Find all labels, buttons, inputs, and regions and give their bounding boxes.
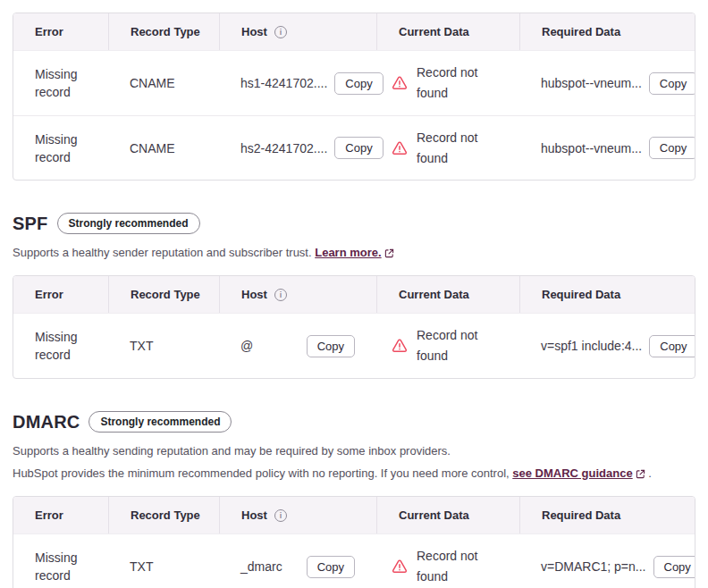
column-header-current-data: Current Data xyxy=(376,497,519,533)
info-icon[interactable]: i xyxy=(274,509,287,522)
column-header-host: Host i xyxy=(219,497,376,533)
column-header-host-label: Host xyxy=(241,508,267,522)
column-header-current-data: Current Data xyxy=(376,276,519,313)
host-value: @ xyxy=(240,339,253,353)
cname-records-table: Error Record Type Host i Current Data Re… xyxy=(13,13,695,181)
host-value: hs2-4241702.... xyxy=(240,141,327,155)
column-header-error: Error xyxy=(13,13,108,50)
dmarc-guidance-link[interactable]: see DMARC guidance xyxy=(512,466,632,480)
external-link-icon xyxy=(384,247,394,263)
info-icon[interactable]: i xyxy=(274,289,287,301)
table-body: Missing record TXT @ Copy Record not fou… xyxy=(13,313,695,378)
dmarc-description-1: Supports a healthy sending reputation an… xyxy=(13,443,695,459)
host-cell: hs2-4241702.... Copy xyxy=(219,137,376,159)
column-header-record-type: Record Type xyxy=(108,13,219,50)
column-header-required-data: Required Data xyxy=(519,497,695,533)
table-header-row: Error Record Type Host i Current Data Re… xyxy=(13,276,695,313)
dns-setup-page: Error Record Type Host i Current Data Re… xyxy=(0,0,708,588)
required-data-value: v=DMARC1; p=n... xyxy=(541,559,646,574)
required-data-cell: v=spf1 include:4... Copy xyxy=(519,335,695,357)
column-header-error: Error xyxy=(13,497,108,533)
column-header-required-data: Required Data xyxy=(519,13,695,50)
column-header-host: Host i xyxy=(219,13,376,50)
record-type-cell: CNAME xyxy=(108,141,219,155)
external-link-icon xyxy=(636,467,645,483)
current-data-cell: Record not found xyxy=(376,325,519,366)
spf-title: SPF xyxy=(13,214,48,234)
table-header-row: Error Record Type Host i Current Data Re… xyxy=(13,13,695,50)
column-header-error: Error xyxy=(13,276,108,313)
record-type-cell: CNAME xyxy=(108,76,219,90)
spf-records-table: Error Record Type Host i Current Data Re… xyxy=(13,275,695,379)
host-value: hs1-4241702.... xyxy=(240,76,327,90)
warning-icon xyxy=(392,140,408,156)
warning-icon xyxy=(392,559,408,575)
host-cell: @ Copy xyxy=(219,335,376,357)
dmarc-title: DMARC xyxy=(13,412,80,433)
error-cell: Missing record xyxy=(13,328,108,364)
column-header-current-data: Current Data xyxy=(376,13,519,50)
copy-host-button[interactable]: Copy xyxy=(307,335,355,357)
error-cell: Missing record xyxy=(13,130,108,166)
table-header-row: Error Record Type Host i Current Data Re… xyxy=(13,497,695,533)
current-data-cell: Record not found xyxy=(376,546,519,587)
strongly-recommended-badge: Strongly recommended xyxy=(88,411,232,433)
current-data-value: Record not found xyxy=(417,128,502,169)
strongly-recommended-badge: Strongly recommended xyxy=(57,213,200,234)
table-body: Missing record TXT _dmarc Copy Record no… xyxy=(13,533,695,588)
column-header-host: Host i xyxy=(219,276,376,313)
required-data-value: hubspot--vneum... xyxy=(541,141,642,155)
copy-required-button[interactable]: Copy xyxy=(653,556,696,578)
required-data-cell: hubspot--vneum... Copy xyxy=(519,72,695,95)
required-data-value: v=spf1 include:4... xyxy=(541,339,642,353)
required-data-value: hubspot--vneum... xyxy=(541,76,642,90)
current-data-value: Record not found xyxy=(417,325,502,366)
record-type-cell: TXT xyxy=(108,559,219,574)
table-row: Missing record TXT @ Copy Record not fou… xyxy=(13,314,695,378)
error-cell: Missing record xyxy=(13,65,108,101)
table-body: Missing record CNAME hs1-4241702.... Cop… xyxy=(13,50,695,180)
column-header-required-data: Required Data xyxy=(519,276,695,313)
warning-icon xyxy=(392,75,408,91)
host-value: _dmarc xyxy=(240,559,282,574)
column-header-record-type: Record Type xyxy=(108,497,219,533)
spf-section-header: SPF Strongly recommended xyxy=(13,213,695,234)
record-type-cell: TXT xyxy=(108,339,219,353)
info-icon[interactable]: i xyxy=(274,26,287,38)
copy-required-button[interactable]: Copy xyxy=(649,72,695,95)
copy-required-button[interactable]: Copy xyxy=(649,137,695,159)
dmarc-section-header: DMARC Strongly recommended xyxy=(13,411,695,433)
error-cell: Missing record xyxy=(13,549,108,584)
host-cell: hs1-4241702.... Copy xyxy=(219,72,376,95)
dmarc-records-table: Error Record Type Host i Current Data Re… xyxy=(13,496,695,588)
required-data-cell: v=DMARC1; p=n... Copy xyxy=(519,556,695,578)
current-data-value: Record not found xyxy=(417,63,502,104)
current-data-value: Record not found xyxy=(417,546,502,587)
warning-icon xyxy=(392,338,408,354)
learn-more-link[interactable]: Learn more. xyxy=(315,246,381,259)
copy-host-button[interactable]: Copy xyxy=(307,556,355,578)
current-data-cell: Record not found xyxy=(376,63,519,104)
current-data-cell: Record not found xyxy=(376,128,519,169)
host-cell: _dmarc Copy xyxy=(219,556,376,578)
column-header-host-label: Host xyxy=(241,288,267,301)
spf-description: Supports a healthy sender reputation and… xyxy=(13,245,695,263)
copy-required-button[interactable]: Copy xyxy=(649,335,695,357)
table-row: Missing record CNAME hs2-4241702.... Cop… xyxy=(13,115,695,180)
column-header-record-type: Record Type xyxy=(108,276,219,313)
required-data-cell: hubspot--vneum... Copy xyxy=(519,137,695,159)
dmarc-description-2: HubSpot provides the minimum recommended… xyxy=(13,466,695,483)
table-row: Missing record TXT _dmarc Copy Record no… xyxy=(13,534,695,588)
column-header-host-label: Host xyxy=(241,25,267,38)
table-row: Missing record CNAME hs1-4241702.... Cop… xyxy=(13,51,695,115)
